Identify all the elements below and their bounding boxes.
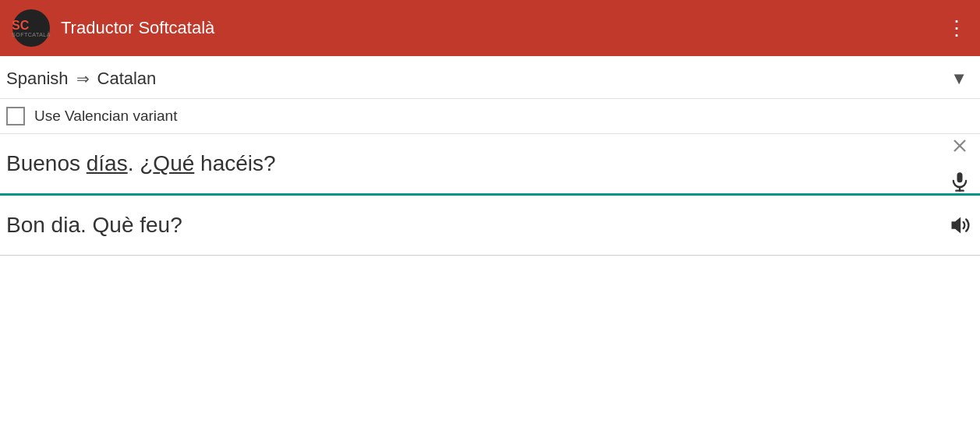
app-logo: SC SOFTCATALÀ xyxy=(12,9,50,47)
language-selector[interactable]: Spanish ⇒ Catalan xyxy=(6,69,156,89)
valencian-checkbox[interactable] xyxy=(6,107,25,125)
app-header: SC SOFTCATALÀ Traductor Softcatalà ⋮ xyxy=(0,0,980,56)
translated-text: Bon dia. Què feu? xyxy=(6,210,933,241)
language-dropdown-arrow[interactable]: ▼ xyxy=(950,69,968,89)
app-title: Traductor Softcatalà xyxy=(61,18,214,38)
svg-rect-2 xyxy=(957,172,963,182)
speaker-icon xyxy=(949,214,971,236)
output-icons xyxy=(946,211,974,239)
language-bar[interactable]: Spanish ⇒ Catalan ▼ xyxy=(0,56,980,99)
mic-icon xyxy=(949,171,971,193)
logo-sub: SOFTCATALÀ xyxy=(12,32,51,37)
logo-initials: SC xyxy=(12,19,51,32)
target-language[interactable]: Catalan xyxy=(97,69,157,89)
close-icon xyxy=(949,135,971,157)
input-area: Buenos días. ¿Qué hacéis? xyxy=(0,134,980,196)
header-left: SC SOFTCATALÀ Traductor Softcatalà xyxy=(12,9,214,47)
direction-arrow: ⇒ xyxy=(76,69,90,88)
mic-button[interactable] xyxy=(946,168,974,196)
underlined-word-dias: días xyxy=(87,151,128,175)
source-text-input[interactable]: Buenos días. ¿Qué hacéis? xyxy=(6,148,894,179)
menu-icon[interactable]: ⋮ xyxy=(946,18,968,38)
valencian-label: Use Valencian variant xyxy=(34,108,177,125)
speak-button[interactable] xyxy=(946,211,974,239)
source-language[interactable]: Spanish xyxy=(6,69,69,89)
output-area: Bon dia. Què feu? xyxy=(0,196,980,256)
clear-button[interactable] xyxy=(946,132,974,160)
svg-marker-5 xyxy=(952,217,961,234)
underlined-word-que: Qué xyxy=(153,151,194,175)
input-icons xyxy=(946,132,974,196)
valencian-row: Use Valencian variant xyxy=(0,99,980,134)
